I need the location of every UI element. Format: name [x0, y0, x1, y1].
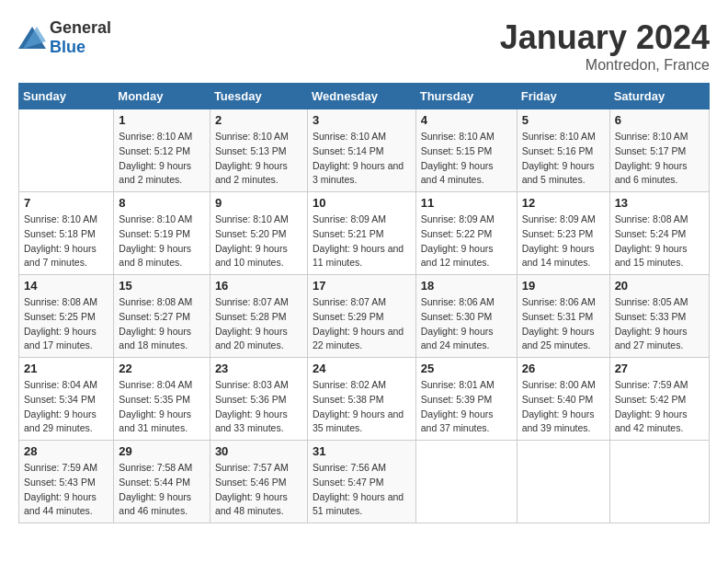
calendar-cell: 3 Sunrise: 8:10 AMSunset: 5:14 PMDayligh…: [307, 109, 415, 192]
day-info: Sunrise: 8:10 AMSunset: 5:20 PMDaylight:…: [215, 213, 302, 270]
day-number: 21: [24, 362, 108, 375]
logo-blue: Blue: [50, 38, 85, 56]
day-number: 13: [615, 196, 704, 210]
day-info: Sunrise: 8:10 AMSunset: 5:15 PMDaylight:…: [421, 130, 512, 188]
day-number: 11: [421, 196, 512, 210]
calendar-cell: 6 Sunrise: 8:10 AMSunset: 5:17 PMDayligh…: [609, 109, 709, 192]
day-info: Sunrise: 8:04 AMSunset: 5:34 PMDaylight:…: [24, 378, 108, 436]
calendar-cell: 15 Sunrise: 8:08 AMSunset: 5:27 PMDaylig…: [114, 275, 210, 358]
calendar-cell: 13 Sunrise: 8:08 AMSunset: 5:24 PMDaylig…: [609, 192, 709, 275]
day-info: Sunrise: 8:08 AMSunset: 5:27 PMDaylight:…: [119, 295, 205, 353]
calendar-cell: 23 Sunrise: 8:03 AMSunset: 5:36 PMDaylig…: [210, 358, 307, 441]
page-header: General Blue January 2024 Montredon, Fra…: [18, 18, 710, 74]
calendar-cell: 17 Sunrise: 8:07 AMSunset: 5:29 PMDaylig…: [307, 275, 415, 358]
day-info: Sunrise: 8:09 AMSunset: 5:21 PMDaylight:…: [313, 213, 411, 270]
day-number: 19: [522, 279, 605, 293]
calendar-cell: 11 Sunrise: 8:09 AMSunset: 5:22 PMDaylig…: [415, 192, 517, 275]
logo: General Blue: [18, 18, 111, 57]
day-number: 20: [615, 279, 704, 293]
day-info: Sunrise: 7:59 AMSunset: 5:43 PMDaylight:…: [24, 461, 108, 519]
day-number: 16: [215, 279, 302, 293]
weekday-header: Saturday: [609, 84, 709, 109]
logo-general: General: [50, 18, 111, 37]
day-number: 22: [119, 362, 205, 375]
day-number: 31: [313, 444, 411, 458]
day-info: Sunrise: 8:09 AMSunset: 5:22 PMDaylight:…: [421, 213, 512, 270]
calendar-cell: 29 Sunrise: 7:58 AMSunset: 5:44 PMDaylig…: [114, 441, 210, 523]
day-info: Sunrise: 8:08 AMSunset: 5:25 PMDaylight:…: [24, 295, 108, 353]
day-info: Sunrise: 8:10 AMSunset: 5:19 PMDaylight:…: [119, 213, 205, 270]
weekday-header: Monday: [114, 84, 210, 109]
day-number: 27: [615, 362, 704, 375]
calendar-cell: 26 Sunrise: 8:00 AMSunset: 5:40 PMDaylig…: [517, 358, 609, 441]
calendar-cell: 22 Sunrise: 8:04 AMSunset: 5:35 PMDaylig…: [114, 358, 210, 441]
calendar-cell: [517, 441, 609, 523]
day-number: 25: [421, 362, 512, 375]
day-number: 18: [421, 279, 512, 293]
day-info: Sunrise: 8:09 AMSunset: 5:23 PMDaylight:…: [522, 213, 605, 270]
calendar-cell: 14 Sunrise: 8:08 AMSunset: 5:25 PMDaylig…: [19, 275, 114, 358]
day-number: 15: [119, 279, 205, 293]
calendar-cell: 30 Sunrise: 7:57 AMSunset: 5:46 PMDaylig…: [210, 441, 307, 523]
day-info: Sunrise: 8:07 AMSunset: 5:29 PMDaylight:…: [313, 295, 411, 353]
day-number: 10: [313, 196, 411, 210]
calendar-cell: 5 Sunrise: 8:10 AMSunset: 5:16 PMDayligh…: [517, 109, 609, 192]
day-info: Sunrise: 8:10 AMSunset: 5:17 PMDaylight:…: [615, 130, 704, 188]
calendar-cell: 10 Sunrise: 8:09 AMSunset: 5:21 PMDaylig…: [307, 192, 415, 275]
day-info: Sunrise: 8:10 AMSunset: 5:14 PMDaylight:…: [313, 130, 411, 188]
calendar-cell: [19, 109, 114, 192]
day-info: Sunrise: 8:10 AMSunset: 5:12 PMDaylight:…: [119, 130, 205, 188]
day-number: 5: [522, 113, 605, 127]
day-number: 14: [24, 279, 108, 293]
day-info: Sunrise: 8:07 AMSunset: 5:28 PMDaylight:…: [215, 295, 302, 353]
day-info: Sunrise: 8:00 AMSunset: 5:40 PMDaylight:…: [522, 378, 605, 436]
day-info: Sunrise: 8:04 AMSunset: 5:35 PMDaylight:…: [119, 378, 205, 436]
calendar-cell: 27 Sunrise: 7:59 AMSunset: 5:42 PMDaylig…: [609, 358, 709, 441]
logo-text: General Blue: [50, 18, 111, 57]
calendar-cell: 9 Sunrise: 8:10 AMSunset: 5:20 PMDayligh…: [210, 192, 307, 275]
calendar-cell: 4 Sunrise: 8:10 AMSunset: 5:15 PMDayligh…: [415, 109, 517, 192]
calendar-cell: 21 Sunrise: 8:04 AMSunset: 5:34 PMDaylig…: [19, 358, 114, 441]
calendar-cell: 8 Sunrise: 8:10 AMSunset: 5:19 PMDayligh…: [114, 192, 210, 275]
day-info: Sunrise: 8:01 AMSunset: 5:39 PMDaylight:…: [421, 378, 512, 436]
day-info: Sunrise: 7:56 AMSunset: 5:47 PMDaylight:…: [313, 461, 411, 519]
day-number: 4: [421, 113, 512, 127]
calendar-cell: 28 Sunrise: 7:59 AMSunset: 5:43 PMDaylig…: [19, 441, 114, 523]
calendar-cell: 2 Sunrise: 8:10 AMSunset: 5:13 PMDayligh…: [210, 109, 307, 192]
calendar-cell: 25 Sunrise: 8:01 AMSunset: 5:39 PMDaylig…: [415, 358, 517, 441]
calendar-cell: [609, 441, 709, 523]
calendar-cell: 7 Sunrise: 8:10 AMSunset: 5:18 PMDayligh…: [19, 192, 114, 275]
calendar-cell: 31 Sunrise: 7:56 AMSunset: 5:47 PMDaylig…: [307, 441, 415, 523]
weekday-header: Thursday: [415, 84, 517, 109]
weekday-header: Friday: [517, 84, 609, 109]
day-number: 28: [24, 444, 108, 458]
day-number: 7: [24, 196, 108, 210]
day-number: 3: [313, 113, 411, 127]
day-number: 1: [119, 113, 205, 127]
day-number: 12: [522, 196, 605, 210]
day-number: 17: [313, 279, 411, 293]
calendar-cell: [415, 441, 517, 523]
day-info: Sunrise: 8:05 AMSunset: 5:33 PMDaylight:…: [615, 295, 704, 353]
day-info: Sunrise: 8:10 AMSunset: 5:16 PMDaylight:…: [522, 130, 605, 188]
day-number: 26: [522, 362, 605, 375]
day-info: Sunrise: 7:58 AMSunset: 5:44 PMDaylight:…: [119, 461, 205, 519]
day-info: Sunrise: 8:10 AMSunset: 5:13 PMDaylight:…: [215, 130, 302, 188]
weekday-header: Wednesday: [307, 84, 415, 109]
weekday-header: Sunday: [19, 84, 114, 109]
calendar-cell: 20 Sunrise: 8:05 AMSunset: 5:33 PMDaylig…: [609, 275, 709, 358]
calendar-cell: 1 Sunrise: 8:10 AMSunset: 5:12 PMDayligh…: [114, 109, 210, 192]
day-number: 6: [615, 113, 704, 127]
day-number: 23: [215, 362, 302, 375]
calendar-cell: 24 Sunrise: 8:02 AMSunset: 5:38 PMDaylig…: [307, 358, 415, 441]
month-title: January 2024: [500, 18, 710, 57]
calendar-cell: 12 Sunrise: 8:09 AMSunset: 5:23 PMDaylig…: [517, 192, 609, 275]
day-number: 9: [215, 196, 302, 210]
day-info: Sunrise: 8:06 AMSunset: 5:30 PMDaylight:…: [421, 295, 512, 353]
day-info: Sunrise: 8:10 AMSunset: 5:18 PMDaylight:…: [24, 213, 108, 270]
weekday-header: Tuesday: [210, 84, 307, 109]
calendar-cell: 19 Sunrise: 8:06 AMSunset: 5:31 PMDaylig…: [517, 275, 609, 358]
logo-icon: [18, 27, 46, 49]
day-number: 30: [215, 444, 302, 458]
calendar-table: SundayMondayTuesdayWednesdayThursdayFrid…: [18, 83, 710, 523]
